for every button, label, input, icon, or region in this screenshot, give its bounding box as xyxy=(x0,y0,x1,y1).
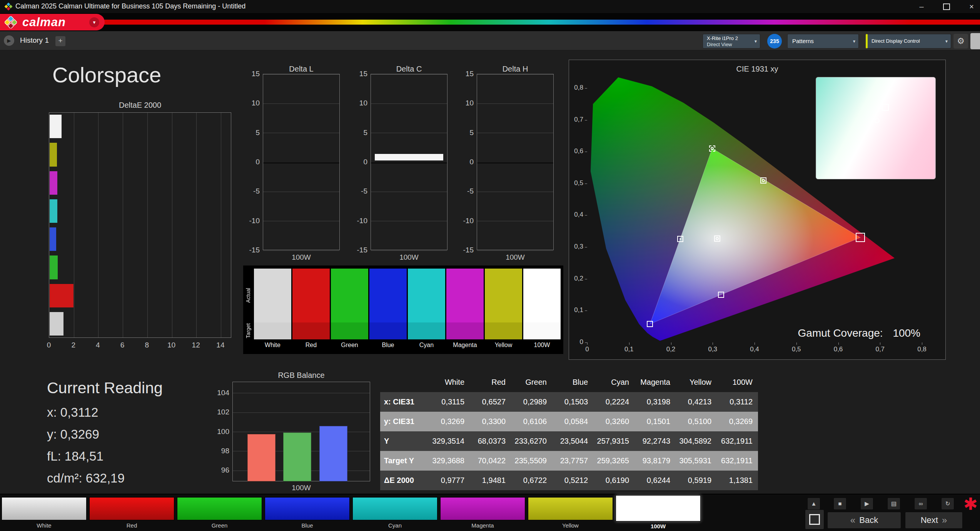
pattern-button-cyan[interactable]: Cyan xyxy=(352,494,437,531)
brand-menu-dropdown[interactable]: ▼ xyxy=(89,17,99,27)
collapse-controls-button[interactable]: ▲ xyxy=(807,498,820,510)
table-cell: 0,6106 xyxy=(511,412,552,431)
tab-history-1[interactable]: History 1 xyxy=(20,36,49,45)
layout-view-button[interactable] xyxy=(805,509,824,529)
delta-h-plot-y-tick-label: 10 xyxy=(458,99,474,107)
close-button[interactable]: × xyxy=(964,1,979,12)
deltae-bar-blue xyxy=(50,227,56,251)
minimize-button[interactable]: – xyxy=(914,1,929,12)
cie-marker-magenta-secondary xyxy=(718,292,724,298)
pattern-button-100w[interactable]: 100W xyxy=(616,494,701,531)
cie-y-tick-mark xyxy=(585,88,587,88)
cie-y-tick-label: 0,2 xyxy=(561,275,583,282)
table-cell: 0,2224 xyxy=(593,392,634,412)
save-button[interactable]: ▤ xyxy=(887,498,900,510)
delta-l-plot-x-label: 100W xyxy=(263,253,340,262)
table-cell: 235,5509 xyxy=(511,451,552,471)
back-button[interactable]: « Back xyxy=(827,512,901,529)
delta-l-plot-y-tick-label: -5 xyxy=(244,187,260,195)
pattern-label: Blue xyxy=(265,522,350,529)
cie-y-tick-label: 0,1 xyxy=(561,306,583,314)
table-header-cell xyxy=(380,372,429,392)
table-cell: 23,5044 xyxy=(552,431,593,451)
cie-y-tick-mark xyxy=(585,120,587,120)
meter-dropdown[interactable]: X-Rite i1Pro 2 Direct View ▼ xyxy=(703,34,760,48)
swatch-column-label: Magenta xyxy=(446,342,484,349)
delta-h-chart xyxy=(477,74,554,250)
table-cell: 0,3269 xyxy=(717,412,758,431)
stop-button[interactable]: ■ xyxy=(833,498,846,510)
calman-wordmark: calman xyxy=(22,15,66,29)
table-cell: 68,0373 xyxy=(470,431,511,451)
delta-l-plot-gridline xyxy=(263,250,339,251)
delta-c-plot-y-tick-label: 15 xyxy=(352,70,367,78)
swatch-target-magenta xyxy=(446,322,484,339)
pattern-button-white[interactable]: White xyxy=(2,494,87,531)
delta-c-plot-gridline xyxy=(371,162,447,164)
table-cell: 0,9777 xyxy=(429,471,470,490)
play-icon: ▶ xyxy=(7,38,11,43)
delta-l-plot-y-tick-label: 0 xyxy=(244,158,260,166)
pattern-button-magenta[interactable]: Magenta xyxy=(440,494,525,531)
table-cell: 0,5100 xyxy=(676,412,717,431)
cie-x-tick-mark xyxy=(755,342,755,345)
delta-h-plot-gridline xyxy=(477,74,553,75)
table-header-cell: 100W xyxy=(717,372,758,392)
table-cell: 0,0584 xyxy=(552,412,593,431)
cie-x-tick-mark xyxy=(587,342,588,345)
delta-l-plot-gridline xyxy=(263,192,339,192)
calman-logo-badge[interactable]: calman ▼ xyxy=(0,14,105,30)
table-header-cell: Cyan xyxy=(593,372,634,392)
layout-square-icon xyxy=(809,514,820,525)
chevron-up-icon: ▲ xyxy=(811,500,817,507)
link-button[interactable]: ∞ xyxy=(914,498,927,510)
table-cell: 0,3198 xyxy=(634,392,676,412)
table-cell: 0,3269 xyxy=(429,412,470,431)
cie-marker-cyan-secondary xyxy=(677,236,683,242)
cie-marker-white-point xyxy=(714,235,720,242)
table-cell: 70,0422 xyxy=(470,451,511,471)
refresh-button[interactable]: ↻ xyxy=(941,498,954,510)
deltae-x-tick-label: 4 xyxy=(90,341,105,349)
pattern-swatch xyxy=(89,497,174,520)
display-control-dropdown[interactable]: Direct Display Control ▼ xyxy=(866,34,951,48)
rgb-bar-red xyxy=(247,434,275,481)
patterns-dropdown[interactable]: Patterns ▼ xyxy=(787,34,859,48)
pattern-button-blue[interactable]: Blue xyxy=(265,494,350,531)
table-row-y-cie31: y: CIE310,32690,33000,61060,05840,32600,… xyxy=(380,412,758,431)
delta-c-plot-y-tick-label: 10 xyxy=(352,99,367,107)
table-header-cell: Green xyxy=(511,372,552,392)
table-header-cell: White xyxy=(429,372,470,392)
add-tab-button[interactable]: + xyxy=(55,36,65,46)
settings-button[interactable]: ⚙ xyxy=(953,34,968,48)
swatch-actual-yellow xyxy=(485,269,522,322)
delta-h-title: Delta H xyxy=(477,65,554,73)
cie-marker-inner-circle xyxy=(762,179,765,182)
reads-count-badge: 235 xyxy=(767,34,782,48)
delta-h-plot-x-label: 100W xyxy=(477,253,554,262)
delta-c-plot-gridline xyxy=(371,250,447,251)
rgb-y-tick-label: 104 xyxy=(212,389,229,397)
delta-l-chart xyxy=(263,74,340,250)
pattern-swatch xyxy=(2,497,87,520)
pattern-button-red[interactable]: Red xyxy=(89,494,174,531)
deltae-gridline xyxy=(221,113,221,337)
maximize-button[interactable] xyxy=(939,1,954,12)
next-button[interactable]: Next » xyxy=(905,512,963,529)
rgb-x-label: 100W xyxy=(232,484,370,492)
table-cell: 0,1503 xyxy=(552,392,593,412)
pattern-button-green[interactable]: Green xyxy=(177,494,262,531)
pattern-button-yellow[interactable]: Yellow xyxy=(528,494,613,531)
history-panel-toggle[interactable]: ▶ xyxy=(4,35,14,46)
deltae-gridline xyxy=(196,113,197,337)
deltae-gridline xyxy=(98,113,99,337)
deltae-x-tick-label: 8 xyxy=(139,341,155,349)
cie-y-tick-label: 0,4 xyxy=(561,211,583,219)
deltae-chart-title: DeltaE 2000 xyxy=(49,101,231,110)
delta-c-plot-y-tick-label: -15 xyxy=(352,246,367,254)
gamut-coverage-label: Gamut Coverage: xyxy=(798,327,883,339)
cie-y-tick-mark xyxy=(585,279,587,279)
play-button[interactable]: ▶ xyxy=(860,498,873,510)
panel-collapse-handle[interactable] xyxy=(970,33,980,49)
delta-h-plot-gridline xyxy=(477,192,553,192)
